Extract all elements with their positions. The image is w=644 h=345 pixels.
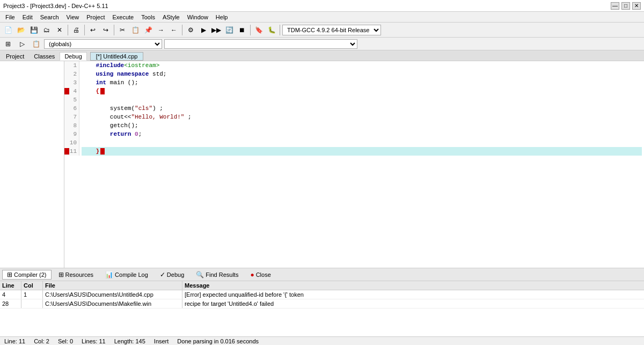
menu-execute[interactable]: Execute <box>109 13 137 21</box>
paste-button[interactable]: 📌 <box>142 24 154 36</box>
line-num-3: 3 <box>64 78 79 87</box>
menu-search[interactable]: Search <box>37 13 62 21</box>
print-button[interactable]: 🖨 <box>70 24 82 36</box>
menu-file[interactable]: File <box>2 13 18 21</box>
code-editor[interactable]: 1 2 3 4 5 6 7 8 9 10 11 #include<iostrea… <box>64 61 644 268</box>
unindent-button[interactable]: ← <box>168 24 180 36</box>
status-insert: Insert <box>154 338 169 344</box>
debug-button[interactable]: 🐛 <box>266 24 277 36</box>
bottom-tab-compiler[interactable]: ⊞ Compiler (2) <box>2 270 52 280</box>
indent-button[interactable]: → <box>155 24 167 36</box>
error-table-header: Line Col File Message <box>0 281 644 290</box>
code-line-7: cout<<"Hello, World!" ; <box>82 113 642 121</box>
compile-button[interactable]: ⚙ <box>185 24 196 36</box>
header-file: File <box>43 281 182 290</box>
rebuild-button[interactable]: 🔄 <box>223 24 235 36</box>
menu-tools[interactable]: Tools <box>138 13 158 21</box>
toolbar-main: 📄 📂 💾 🗂 ✕ 🖨 ↩ ↪ ✂ 📋 📌 → ← ⚙ ▶ ▶▶ 🔄 ⏹ 🔖 🐛… <box>0 23 644 38</box>
error-rows: 4 1 C:\Users\ASUS\Documents\Untitled4.cp… <box>0 290 644 309</box>
status-sel: Sel: 0 <box>58 338 73 344</box>
code-line-3: int main (); <box>82 78 642 87</box>
menu-help[interactable]: Help <box>213 13 231 21</box>
class-browser-button[interactable]: ⊞ <box>2 38 14 50</box>
error-message-1: [Error] expected unqualified-id before '… <box>182 290 644 299</box>
open-button[interactable]: 📂 <box>15 24 27 36</box>
compile-run-button[interactable]: ▶▶ <box>210 24 222 36</box>
menu-astyle[interactable]: AStyle <box>159 13 183 21</box>
tab-debug[interactable]: Debug <box>60 52 86 61</box>
compile-log-icon: 📊 <box>105 271 113 278</box>
error-line-2: 28 <box>0 299 21 308</box>
maximize-button[interactable]: □ <box>621 2 630 10</box>
line-num-8: 8 <box>64 121 79 130</box>
header-message: Message <box>182 281 644 290</box>
globals-select[interactable]: (globals) <box>44 39 162 49</box>
error-col-2 <box>21 299 43 308</box>
line-num-2: 2 <box>64 70 79 78</box>
panel-tabs: Project Classes Debug <box>0 50 88 61</box>
menu-project[interactable]: Project <box>83 13 108 21</box>
error-row-2[interactable]: 28 C:\Users\ASUS\Documents\Makefile.win … <box>0 299 644 309</box>
file-tab-untitled4[interactable]: [*] Untitled4.cpp <box>90 52 144 61</box>
bookmark-toggle[interactable]: 🔖 <box>253 24 265 36</box>
bottom-tab-bar: ⊞ Compiler (2) ⊞ Resources 📊 Compile Log… <box>0 268 644 281</box>
tab-project[interactable]: Project <box>1 52 29 61</box>
status-lines: Lines: 11 <box>82 338 106 344</box>
toolbar-secondary: ⊞ ▷ 📋 (globals) <box>0 38 644 50</box>
run-button[interactable]: ▶ <box>197 24 209 36</box>
code-content[interactable]: #include<iostream> using namespace std; … <box>79 61 644 268</box>
separator-4 <box>182 25 182 35</box>
file-tabs: [*] Untitled4.cpp <box>88 50 644 61</box>
cut-button[interactable]: ✂ <box>116 24 128 36</box>
menu-edit[interactable]: Edit <box>19 13 36 21</box>
project-opts-button[interactable]: 📋 <box>30 38 42 50</box>
bottom-tab-compile-log[interactable]: 📊 Compile Log <box>100 270 153 280</box>
main-window: Project3 - [Project3.dev] - Dev-C++ 5.11… <box>0 0 644 345</box>
line-num-9: 9 <box>64 130 79 138</box>
compiler-icon: ⊞ <box>7 271 12 278</box>
redo-button[interactable]: ↪ <box>100 24 112 36</box>
bottom-tab-debug[interactable]: ✓ Debug <box>155 270 189 280</box>
close-file-button[interactable]: ✕ <box>54 24 65 36</box>
combined-tab-bar: Project Classes Debug [*] Untitled4.cpp <box>0 50 644 61</box>
compiler-tab-label: Compiler (2) <box>14 271 47 278</box>
bottom-area: ⊞ Compiler (2) ⊞ Resources 📊 Compile Log… <box>0 268 644 336</box>
status-col: Col: 2 <box>34 338 49 344</box>
header-line: Line <box>0 281 21 290</box>
separator-6 <box>280 25 280 35</box>
separator-1 <box>68 25 68 35</box>
stop-button[interactable]: ⏹ <box>236 24 248 36</box>
undo-button[interactable]: ↩ <box>87 24 99 36</box>
resources-tab-label: Resources <box>65 271 94 278</box>
status-line: Line: 11 <box>4 338 25 344</box>
save-all-button[interactable]: 🗂 <box>41 24 53 36</box>
error-message-2: recipe for target 'Untitled4.o' failed <box>182 299 644 308</box>
copy-button[interactable]: 📋 <box>129 24 141 36</box>
compiler-select[interactable]: TDM-GCC 4.9.2 64-bit Release <box>282 25 381 35</box>
line-num-4: 4 <box>64 87 79 96</box>
function-select[interactable] <box>164 39 357 49</box>
separator-3 <box>114 25 114 35</box>
line-num-5: 5 <box>64 96 79 104</box>
debug-tab-label: Debug <box>167 271 184 278</box>
minimize-button[interactable]: — <box>611 2 619 10</box>
save-button[interactable]: 💾 <box>28 24 40 36</box>
debug-watch-button[interactable]: ▷ <box>16 38 28 50</box>
separator-2 <box>84 25 85 35</box>
menu-view[interactable]: View <box>63 13 83 21</box>
new-button[interactable]: 📄 <box>2 24 14 36</box>
menu-window[interactable]: Window <box>184 13 211 21</box>
find-icon: 🔍 <box>196 271 204 278</box>
tab-classes[interactable]: Classes <box>29 52 60 61</box>
bottom-tab-close[interactable]: ● Close <box>245 270 275 280</box>
line-num-10: 10 <box>64 138 79 147</box>
status-message: Done parsing in 0.016 seconds <box>177 338 259 344</box>
close-button[interactable]: ✕ <box>632 2 641 10</box>
bottom-tab-resources[interactable]: ⊞ Resources <box>54 270 99 280</box>
bottom-tab-find[interactable]: 🔍 Find Results <box>191 270 243 280</box>
code-line-1: #include<iostream> <box>82 61 642 70</box>
line-num-6: 6 <box>64 104 79 113</box>
error-row-1[interactable]: 4 1 C:\Users\ASUS\Documents\Untitled4.cp… <box>0 290 644 299</box>
window-controls: — □ ✕ <box>611 2 641 10</box>
debug-tab-icon: ✓ <box>160 271 165 278</box>
